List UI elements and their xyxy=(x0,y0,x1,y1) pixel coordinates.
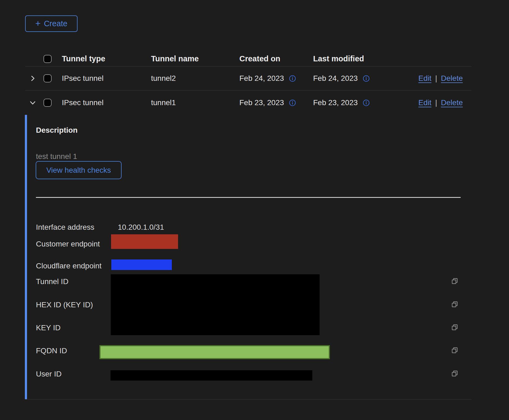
create-button-label: Create xyxy=(44,19,67,28)
tunnel-id-label: Tunnel ID xyxy=(36,277,68,286)
delete-link[interactable]: Delete xyxy=(441,74,463,83)
copy-tunnel-id-button[interactable] xyxy=(451,277,459,285)
tunnel-type-cell: IPsec tunnel xyxy=(62,74,151,83)
copy-icon xyxy=(451,346,459,354)
tunnels-page: + Create Tunnel type Tunnel name Created… xyxy=(0,0,509,420)
actions-separator: | xyxy=(435,74,437,83)
section-divider xyxy=(36,197,461,198)
interface-address-value: 10.200.1.0/31 xyxy=(118,223,164,232)
tunnel-type-cell: IPsec tunnel xyxy=(62,98,151,107)
actions-separator: | xyxy=(435,98,437,107)
fqdn-id-redaction xyxy=(99,345,330,359)
row-checkbox[interactable] xyxy=(43,74,52,82)
last-modified-cell: Feb 23, 2023 xyxy=(313,98,358,107)
last-modified-cell: Feb 24, 2023 xyxy=(313,74,358,83)
copy-icon xyxy=(451,369,459,378)
table-row: IPsec tunnel tunnel1 Feb 23, 2023 Feb 23… xyxy=(25,91,471,115)
cloudflare-endpoint-label: Cloudflare endpoint xyxy=(36,262,102,270)
tunnels-table: Tunnel type Tunnel name Created on Last … xyxy=(25,51,471,115)
info-icon[interactable] xyxy=(289,75,296,82)
copy-icon xyxy=(451,300,459,308)
view-health-checks-button[interactable]: View health checks xyxy=(36,161,122,179)
key-id-label: KEY ID xyxy=(36,324,61,332)
info-icon[interactable] xyxy=(289,99,296,106)
expand-row-button[interactable] xyxy=(25,74,40,82)
tunnel-name-cell: tunnel2 xyxy=(151,74,239,83)
copy-hex-id-button[interactable] xyxy=(451,300,459,308)
customer-endpoint-label: Customer endpoint xyxy=(36,240,100,248)
description-label: Description xyxy=(36,126,78,135)
copy-icon xyxy=(451,323,459,331)
row-checkbox[interactable] xyxy=(43,99,52,107)
hex-id-label: HEX ID (KEY ID) xyxy=(36,301,93,309)
collapse-row-button[interactable] xyxy=(25,99,40,107)
select-all-checkbox[interactable] xyxy=(43,55,52,63)
column-header-created-on: Created on xyxy=(239,54,313,63)
column-header-tunnel-name: Tunnel name xyxy=(151,54,239,63)
info-icon[interactable] xyxy=(363,75,370,82)
copy-icon xyxy=(451,277,459,285)
interface-address-label: Interface address xyxy=(36,223,94,232)
column-header-tunnel-type: Tunnel type xyxy=(62,54,151,63)
copy-key-id-button[interactable] xyxy=(451,323,459,331)
fqdn-id-label: FQDN ID xyxy=(36,346,67,355)
column-header-last-modified: Last modified xyxy=(313,54,416,63)
expanded-row-accent-bar xyxy=(25,115,27,399)
create-button[interactable]: + Create xyxy=(25,15,78,32)
edit-link[interactable]: Edit xyxy=(418,98,431,107)
customer-endpoint-redaction xyxy=(111,234,178,249)
plus-icon: + xyxy=(35,19,41,28)
created-on-cell: Feb 23, 2023 xyxy=(239,98,284,107)
tunnel-detail-panel: Description test tunnel 1 View health ch… xyxy=(25,115,471,399)
edit-link[interactable]: Edit xyxy=(418,74,431,83)
copy-fqdn-id-button[interactable] xyxy=(451,346,459,354)
chevron-right-icon xyxy=(29,74,37,82)
tunnel-id-redaction xyxy=(111,274,320,335)
table-row: IPsec tunnel tunnel2 Feb 24, 2023 Feb 24… xyxy=(25,66,471,91)
chevron-down-icon xyxy=(29,99,37,107)
description-value: test tunnel 1 xyxy=(36,152,77,161)
user-id-redaction xyxy=(110,370,312,381)
cloudflare-endpoint-redaction xyxy=(111,259,172,270)
delete-link[interactable]: Delete xyxy=(441,98,463,107)
table-header-row: Tunnel type Tunnel name Created on Last … xyxy=(25,51,471,66)
created-on-cell: Feb 24, 2023 xyxy=(239,74,284,83)
user-id-label: User ID xyxy=(36,370,62,378)
tunnel-name-cell: tunnel1 xyxy=(151,98,239,107)
copy-user-id-button[interactable] xyxy=(451,369,459,378)
info-icon[interactable] xyxy=(363,99,370,106)
